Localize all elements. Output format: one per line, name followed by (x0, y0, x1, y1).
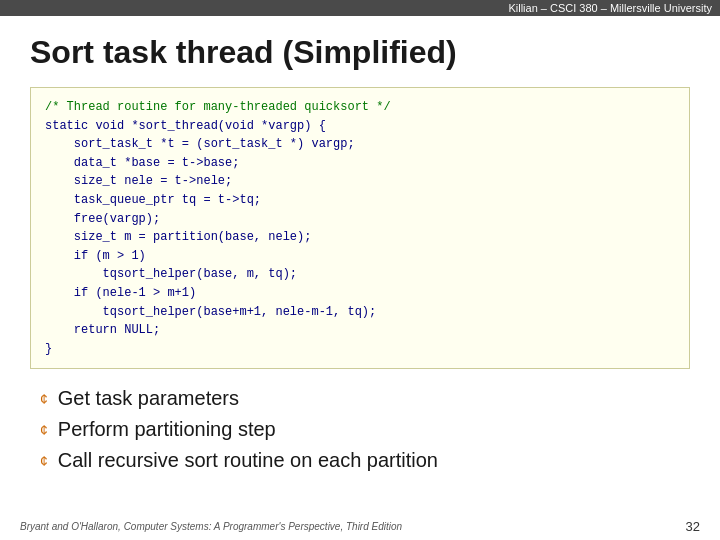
footer-citation: Bryant and O'Hallaron, Computer Systems:… (20, 521, 402, 532)
bullet-item-2: ¢ Perform partitioning step (40, 418, 690, 441)
bullet-item-1: ¢ Get task parameters (40, 387, 690, 410)
slide-title: Sort task thread (Simplified) (30, 34, 690, 71)
code-line: size_t nele = t->nele; (45, 174, 232, 188)
header-bar: Killian – CSCI 380 – Millersville Univer… (0, 0, 720, 16)
code-line: size_t m = partition(base, nele); (45, 230, 311, 244)
main-content: Sort task thread (Simplified) /* Thread … (0, 16, 720, 490)
code-comment: /* Thread routine for many-threaded quic… (45, 100, 391, 114)
bullet-item-3: ¢ Call recursive sort routine on each pa… (40, 449, 690, 472)
bullet-list: ¢ Get task parameters ¢ Perform partitio… (30, 387, 690, 472)
footer-page-number: 32 (686, 519, 700, 534)
code-line: if (m > 1) (45, 249, 146, 263)
code-line: sort_task_t *t = (sort_task_t *) vargp; (45, 137, 355, 151)
code-line: data_t *base = t->base; (45, 156, 239, 170)
bullet-text-3: Call recursive sort routine on each part… (58, 449, 438, 472)
code-box: /* Thread routine for many-threaded quic… (30, 87, 690, 369)
code-line: tqsort_helper(base, m, tq); (45, 267, 297, 281)
code-line: task_queue_ptr tq = t->tq; (45, 193, 261, 207)
bullet-icon-1: ¢ (40, 391, 48, 407)
code-line: static void *sort_thread(void *vargp) { (45, 119, 326, 133)
code-line: } (45, 342, 52, 356)
code-line: free(vargp); (45, 212, 160, 226)
bullet-icon-2: ¢ (40, 422, 48, 438)
footer: Bryant and O'Hallaron, Computer Systems:… (20, 519, 700, 534)
bullet-text-2: Perform partitioning step (58, 418, 276, 441)
bullet-icon-3: ¢ (40, 453, 48, 469)
bullet-text-1: Get task parameters (58, 387, 239, 410)
code-line: return NULL; (45, 323, 160, 337)
code-line: tqsort_helper(base+m+1, nele-m-1, tq); (45, 305, 376, 319)
header-text: Killian – CSCI 380 – Millersville Univer… (508, 2, 712, 14)
code-line: if (nele-1 > m+1) (45, 286, 196, 300)
